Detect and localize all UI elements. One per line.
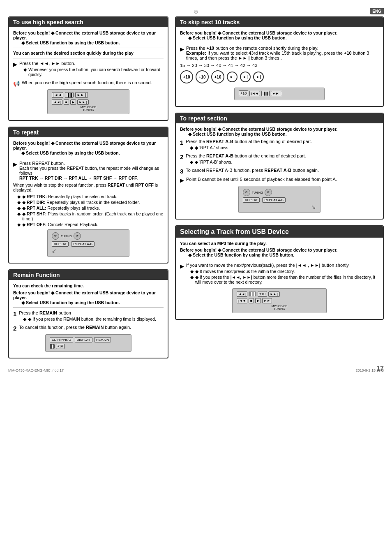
left-column: To use high speed search Before you begi… <box>8 16 168 364</box>
repeat-section-step2: 2 Press the REPEAT A-B button at the end… <box>180 153 379 166</box>
skip-next-section: To skip next 10 tracks Before you begin!… <box>175 16 384 107</box>
skip-device-img: +10 |◄◄ ▐▐ ►► | <box>180 88 379 100</box>
high-speed-search-title: To use high speed search <box>9 17 168 27</box>
to-repeat-section: To repeat Before you begin! Connect the … <box>8 127 168 264</box>
high-speed-bullet1: Whenever you press the button, you can s… <box>23 67 164 77</box>
remain-step2: 2 To cancel this function, press the REM… <box>13 325 164 332</box>
footer-left: MM-C430-XAC-ENG-MIC.indd 17 <box>8 368 64 372</box>
selecting-step1: ▶ If you want to move the next/previous(… <box>180 263 379 286</box>
footer: MM-C430-XAC-ENG-MIC.indd 17 17 2010-9-2 … <box>8 368 384 372</box>
page-number: 17 <box>376 365 384 372</box>
high-speed-search-section: To use high speed search Before you begi… <box>8 16 168 121</box>
remain-device-img: CD RIPPING DISPLAY REMAIN ▐ +10 <box>13 334 164 352</box>
selecting-device-img: ◄◄| ▐▐ +10 ►► | |◄◄ ■ ▶ ►► MP3·CD/CD TU <box>180 288 379 313</box>
to-repeat-note: When you wish to stop the repeat functio… <box>13 183 164 192</box>
repeat-section-step3: 3 To cancel REPEAT A-B function, press R… <box>180 168 379 175</box>
skip-btn-2: +10 <box>196 70 209 83</box>
eng-badge: ENG <box>370 8 384 14</box>
selecting-before-begin: Before you begin! Connect the external U… <box>180 247 379 257</box>
high-speed-step1: ▶ Press the ◄◄, ►► button. Whenever you … <box>13 61 164 78</box>
remain-function-title: Remain Function <box>9 270 168 280</box>
repeat-section-device-img: ⟳ TUNING ⟳ REPEAT REPEAT A-B ↘ <box>180 186 379 213</box>
right-column: To skip next 10 tracks Before you begin!… <box>175 16 384 364</box>
high-speed-device-img: |◄◄ ▐▐ ►► | ◄◄| ■ ▶ ►► | MP3·CD/CD TUNIN… <box>13 89 164 114</box>
remain-step1: 1 Press the REMAIN button . ◆ If you pre… <box>13 310 164 323</box>
skip-btn-3: +10 <box>211 70 224 83</box>
skip-step1: ▶ Press the +10 button on the remote con… <box>180 46 379 60</box>
repeat-section-before-begin: Before you begin! Connect the external U… <box>180 127 379 136</box>
selecting-track-desc: You can select an MP3 file during the pl… <box>180 241 379 246</box>
repeat-section-box: To repeat section Before you begin! Conn… <box>175 113 384 220</box>
skip-btn-1: +10 <box>180 70 193 83</box>
remain-function-section: Remain Function You can check the remain… <box>8 269 168 358</box>
skip-buttons: +10 +10 +10 ►| ►| ►| <box>180 70 379 83</box>
skip-sequence: 15 → 20 → 30 → 40 → 41 → 42 → 43 <box>180 63 379 68</box>
skip-btn-5: ►| <box>240 72 251 82</box>
high-speed-before-begin: Before you begin! Connect the external U… <box>13 30 164 45</box>
to-repeat-device-img: ⟳ TUNING ⟳ REPEAT REPEAT A-B ↙ <box>13 229 164 257</box>
to-repeat-step1: ▶ Press REPEAT button. Each time you pre… <box>13 161 164 180</box>
to-repeat-bullets: ◆ RPT TRK: Repeatedly plays the selected… <box>17 194 164 227</box>
remain-desc: You can check the remaining time. <box>13 283 164 288</box>
to-repeat-title: To repeat <box>9 127 168 137</box>
page: ENG ⊕ To use high speed search Before yo… <box>8 8 384 372</box>
skip-before-begin: Before you begin! Connect the external U… <box>180 30 379 40</box>
repeat-section-step1: 1 Press the REPEAT A-B button at the beg… <box>180 139 379 151</box>
repeat-section-note: ▶ Point B cannot be set until 5 seconds … <box>180 177 379 183</box>
skip-btn-6: ►| <box>253 72 264 82</box>
selecting-track-section: Selecting a Track from USB Device You ca… <box>175 225 384 320</box>
to-repeat-before-begin: Before you begin! Connect the external U… <box>13 141 164 155</box>
selecting-track-title: Selecting a Track from USB Device <box>176 226 383 238</box>
skip-btn-4: ►| <box>227 72 238 82</box>
remain-before-begin: Before you begin! Connect the external U… <box>13 290 164 305</box>
crosshair-top: ⊕ <box>8 8 384 15</box>
high-speed-desc: You can search the desired section quick… <box>13 51 164 56</box>
repeat-section-title: To repeat section <box>176 113 383 123</box>
high-speed-note: 📢 When you use the high speed search fun… <box>13 80 164 87</box>
skip-next-title: To skip next 10 tracks <box>176 17 383 27</box>
